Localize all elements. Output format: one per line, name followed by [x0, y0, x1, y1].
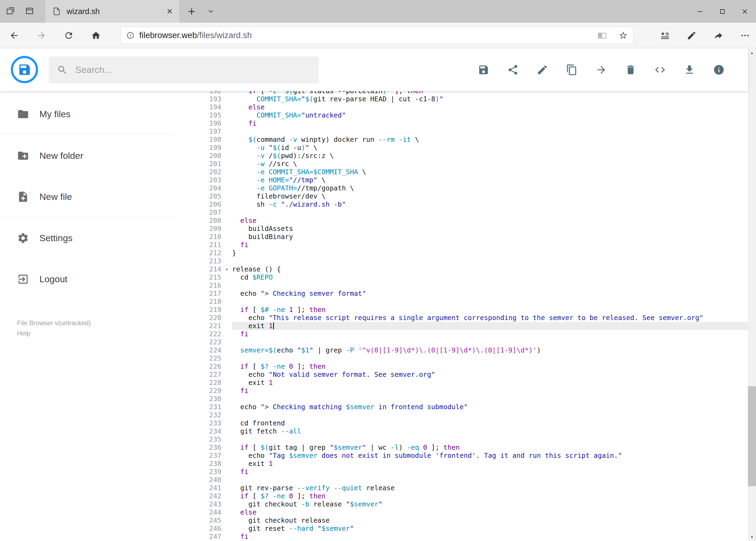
- code-line-210[interactable]: 210 buildBinary: [178, 233, 748, 241]
- code-text[interactable]: [232, 209, 748, 217]
- help-link[interactable]: Help: [17, 328, 91, 338]
- forward-button[interactable]: [36, 31, 46, 41]
- code-line-233[interactable]: 233 cd frontend: [178, 419, 748, 427]
- tab-preview-icon[interactable]: [25, 6, 34, 16]
- code-text[interactable]: exit 1: [232, 322, 748, 330]
- code-line-245[interactable]: 245 git checkout release: [178, 516, 748, 525]
- code-text[interactable]: -v /$(pwd):/src:z \: [232, 152, 748, 160]
- code-line-228[interactable]: 228 exit 1: [178, 379, 748, 387]
- code-text[interactable]: [232, 297, 748, 306]
- code-text[interactable]: fi: [232, 119, 748, 128]
- scroll-up-arrow[interactable]: ▲: [748, 49, 756, 57]
- code-text[interactable]: -u "$(id -u)" \: [232, 144, 748, 152]
- code-line-218[interactable]: 218: [178, 297, 748, 306]
- code-text[interactable]: fi: [232, 468, 748, 476]
- code-line-204[interactable]: 204 -e GOPATH=//tmp/gopath \: [178, 184, 748, 192]
- hub-favorites-button[interactable]: [660, 31, 670, 41]
- code-line-231[interactable]: 231 echo "> Checking matching $semver in…: [178, 403, 748, 411]
- new-tab-button[interactable]: +: [183, 0, 200, 23]
- share-button[interactable]: [507, 64, 519, 76]
- code-line-199[interactable]: 199 -u "$(id -u)" \: [178, 144, 748, 152]
- favorite-star-icon[interactable]: [619, 31, 628, 40]
- code-text[interactable]: [232, 257, 748, 265]
- code-text[interactable]: git rev-parse --verify --quiet release: [232, 484, 748, 492]
- maximize-button[interactable]: [711, 0, 734, 23]
- sidebar-item-settings[interactable]: Settings: [17, 230, 73, 246]
- code-line-220[interactable]: 220 echo "This release script requires a…: [178, 314, 748, 322]
- sidebar-item-new-file[interactable]: New file: [17, 188, 72, 205]
- code-text[interactable]: semver=$(echo "$1" | grep -P '^v(0|[1-9]…: [232, 346, 748, 354]
- code-text[interactable]: [232, 354, 748, 362]
- code-line-215[interactable]: 215 cd $REPO: [178, 273, 748, 281]
- search-box[interactable]: [49, 56, 319, 83]
- filebrowser-logo[interactable]: [11, 56, 38, 83]
- code-line-203[interactable]: 203 -e HOME="//tmp" \: [178, 176, 748, 184]
- code-text[interactable]: if [ $? -ne 0 ]; then: [232, 362, 748, 370]
- code-text[interactable]: else: [232, 217, 748, 225]
- code-line-239[interactable]: 239 fi: [178, 468, 748, 476]
- browser-tab[interactable]: wizard.sh ×: [45, 0, 180, 23]
- code-text[interactable]: exit 1: [232, 460, 748, 468]
- code-text[interactable]: fi: [232, 241, 748, 249]
- search-input[interactable]: [75, 64, 311, 75]
- web-notes-pen-button[interactable]: [687, 31, 697, 41]
- code-line-211[interactable]: 211 fi: [178, 241, 748, 249]
- code-text[interactable]: if [ $? -ne 0 ]; then: [232, 492, 748, 500]
- code-line-247[interactable]: 247 fi: [178, 533, 748, 541]
- code-line-241[interactable]: 241 git rev-parse --verify --quiet relea…: [178, 484, 748, 492]
- code-text[interactable]: -e GOPATH=//tmp/gopath \: [232, 184, 748, 192]
- code-text[interactable]: cd frontend: [232, 419, 748, 427]
- code-text[interactable]: }: [232, 249, 748, 257]
- sidebar-item-logout[interactable]: Logout: [17, 270, 68, 287]
- code-text[interactable]: if [ $(git tag | grep "$semver" | wc -l)…: [232, 443, 748, 452]
- page-scrollbar[interactable]: ▲ ▼: [748, 49, 756, 541]
- code-line-197[interactable]: 197: [178, 128, 748, 136]
- more-options-button[interactable]: [740, 31, 750, 41]
- site-info-icon[interactable]: [126, 31, 134, 39]
- home-button[interactable]: [91, 31, 101, 41]
- delete-button[interactable]: [625, 64, 636, 76]
- code-line-227[interactable]: 227 echo "Not valid semver format. See s…: [178, 370, 748, 379]
- code-line-200[interactable]: 200 -v /$(pwd):/src:z \: [178, 152, 748, 160]
- code-line-225[interactable]: 225: [178, 354, 748, 362]
- info-button[interactable]: [713, 64, 725, 76]
- code-line-236[interactable]: 236 if [ $(git tag | grep "$semver" | wc…: [178, 443, 748, 452]
- share-page-button[interactable]: [713, 31, 723, 41]
- code-text[interactable]: echo "> Checking matching $semver in fro…: [232, 403, 748, 411]
- code-line-194[interactable]: 194 else: [178, 103, 748, 111]
- code-text[interactable]: exit 1: [232, 379, 748, 387]
- code-line-238[interactable]: 238 exit 1: [178, 460, 748, 468]
- code-text[interactable]: [232, 395, 748, 403]
- sidebar-item-new-folder[interactable]: New folder: [17, 147, 84, 164]
- code-text[interactable]: echo "> Checking semver format": [232, 289, 748, 297]
- code-line-214[interactable]: 214▾release () {: [178, 265, 748, 273]
- code-text[interactable]: cd $REPO: [232, 273, 748, 281]
- code-text[interactable]: release () {: [232, 265, 748, 273]
- code-line-234[interactable]: 234 git fetch --all: [178, 427, 748, 435]
- code-text[interactable]: [232, 476, 748, 484]
- code-text[interactable]: git reset --hard "$semver": [232, 525, 748, 533]
- code-line-196[interactable]: 196 fi: [178, 119, 748, 128]
- code-text[interactable]: -w //src \: [232, 160, 748, 168]
- tab-close-button[interactable]: ×: [167, 6, 172, 16]
- code-text[interactable]: -e HOME="//tmp" \: [232, 176, 748, 184]
- reading-view-icon[interactable]: [598, 31, 607, 40]
- code-text[interactable]: if [ $# -ne 1 ]; then: [232, 306, 748, 314]
- code-line-206[interactable]: 206 sh -c "./wizard.sh -b": [178, 201, 748, 209]
- code-line-202[interactable]: 202 -e COMMIT_SHA=$COMMIT_SHA \: [178, 168, 748, 176]
- code-text[interactable]: if [ -z "$(git status --porcelain)" ]; t…: [232, 91, 748, 95]
- code-line-216[interactable]: 216: [178, 281, 748, 289]
- code-line-195[interactable]: 195 COMMIT_SHA="untracked": [178, 111, 748, 119]
- minimize-button[interactable]: [689, 0, 711, 23]
- copy-button[interactable]: [566, 64, 578, 76]
- code-text[interactable]: else: [232, 103, 748, 111]
- code-line-222[interactable]: 222 fi: [178, 330, 748, 338]
- code-line-219[interactable]: 219 if [ $# -ne 1 ]; then: [178, 306, 748, 314]
- code-line-242[interactable]: 242 if [ $? -ne 0 ]; then: [178, 492, 748, 500]
- scroll-down-arrow[interactable]: ▼: [748, 533, 756, 541]
- code-line-209[interactable]: 209 buildAssets: [178, 225, 748, 233]
- code-line-232[interactable]: 232: [178, 411, 748, 419]
- download-button[interactable]: [684, 64, 695, 76]
- code-line-221[interactable]: 221 exit 1: [178, 322, 748, 330]
- code-text[interactable]: [232, 338, 748, 346]
